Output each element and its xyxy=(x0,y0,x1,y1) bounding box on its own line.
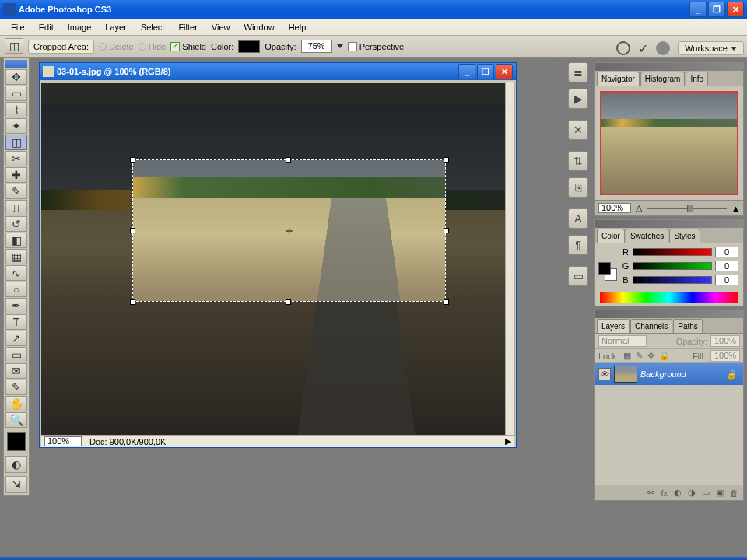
g-slider[interactable] xyxy=(633,262,712,270)
layer-background[interactable]: 👁 Background 🔒 xyxy=(595,363,743,385)
b-slider[interactable] xyxy=(633,276,712,284)
adjustment-layer-icon[interactable]: ◑ xyxy=(688,488,696,498)
shape-tool[interactable]: ▭ xyxy=(5,347,27,362)
visibility-icon[interactable]: 👁 xyxy=(598,368,611,380)
path-tool[interactable]: ↗ xyxy=(5,331,27,346)
crop-handle-w[interactable] xyxy=(130,228,135,233)
tab-color[interactable]: Color xyxy=(597,229,625,243)
crop-handle-s[interactable] xyxy=(286,299,291,305)
g-value[interactable]: 0 xyxy=(715,261,738,271)
crop-selection[interactable]: ✛ xyxy=(132,159,446,302)
fg-bg-color[interactable] xyxy=(7,432,26,451)
tab-histogram[interactable]: Histogram xyxy=(640,72,686,86)
crop-handle-se[interactable] xyxy=(444,299,449,305)
layer-thumbnail[interactable] xyxy=(614,366,637,383)
lock-pos-icon[interactable]: ✥ xyxy=(647,351,654,361)
new-layer-icon[interactable]: ▣ xyxy=(716,488,724,498)
quickmask-tool[interactable]: ◐ xyxy=(5,456,27,473)
zoom-out-icon[interactable]: △ xyxy=(636,203,642,213)
menu-edit[interactable]: Edit xyxy=(33,20,60,34)
dock-para-icon[interactable]: ¶ xyxy=(568,235,588,255)
lock-all-icon[interactable]: 🔒 xyxy=(659,351,670,361)
navigator-thumbnail[interactable] xyxy=(600,91,738,195)
crop-handle-nw[interactable] xyxy=(130,157,135,163)
eraser-tool[interactable]: ◧ xyxy=(5,233,27,248)
dock-toolpreset-icon[interactable]: ✕ xyxy=(568,120,588,140)
crop-tool[interactable]: ◫ xyxy=(5,135,27,150)
menu-layer[interactable]: Layer xyxy=(99,20,133,34)
lasso-tool[interactable]: ⌇ xyxy=(5,102,27,117)
move-tool[interactable]: ✥ xyxy=(5,69,27,85)
tab-styles[interactable]: Styles xyxy=(669,229,700,243)
dock-layercomp-icon[interactable]: ▭ xyxy=(568,266,588,286)
pen-tool[interactable]: ✒ xyxy=(5,298,27,313)
crop-handle-ne[interactable] xyxy=(444,157,449,163)
shield-color-swatch[interactable] xyxy=(238,40,260,53)
dock-brushes-icon[interactable]: ⇅ xyxy=(568,151,588,171)
layer-style-icon[interactable]: fx xyxy=(661,488,668,498)
commit-crop-icon[interactable]: ✓ xyxy=(638,41,648,56)
group-icon[interactable]: ▭ xyxy=(702,488,710,498)
slice-tool[interactable]: ✂ xyxy=(5,151,27,166)
r-slider[interactable] xyxy=(633,248,712,256)
workspace-button[interactable]: Workspace xyxy=(678,41,744,55)
wand-tool[interactable]: ✦ xyxy=(5,118,27,134)
layer-opacity-field[interactable]: 100% xyxy=(710,335,740,347)
eyedropper-tool[interactable]: ✎ xyxy=(5,380,27,395)
dodge-tool[interactable]: ○ xyxy=(5,282,27,297)
toolbox-header[interactable] xyxy=(5,60,27,68)
b-value[interactable]: 0 xyxy=(715,275,738,285)
marquee-tool[interactable]: ▭ xyxy=(5,86,27,101)
doc-close[interactable]: ✕ xyxy=(496,64,513,79)
layer-mask-icon[interactable]: ◐ xyxy=(674,488,682,498)
zoom-tool[interactable]: 🔍 xyxy=(5,412,27,428)
trash-icon[interactable]: 🗑 xyxy=(730,488,738,498)
menu-help[interactable]: Help xyxy=(282,20,313,34)
menu-image[interactable]: Image xyxy=(61,20,98,34)
stamp-tool[interactable]: ⎍ xyxy=(5,200,27,215)
blend-mode-select[interactable]: Normal xyxy=(598,335,647,347)
tab-channels[interactable]: Channels xyxy=(630,319,672,333)
hand-tool[interactable]: ✋ xyxy=(5,396,27,411)
brush-tool[interactable]: ✎ xyxy=(5,184,27,199)
dock-clone-icon[interactable]: ⎘ xyxy=(568,177,588,198)
tab-navigator[interactable]: Navigator xyxy=(597,72,640,86)
menu-view[interactable]: View xyxy=(205,20,237,34)
zoom-field[interactable]: 100% xyxy=(44,436,82,446)
heal-tool[interactable]: ✚ xyxy=(5,167,27,183)
crop-handle-sw[interactable] xyxy=(130,299,135,305)
nav-zoom-slider[interactable] xyxy=(647,208,727,209)
blur-tool[interactable]: ∿ xyxy=(5,265,27,281)
menu-window[interactable]: Window xyxy=(238,20,281,34)
menu-file[interactable]: File xyxy=(5,20,31,34)
opacity-dropdown-icon[interactable] xyxy=(337,44,343,48)
perspective-checkbox[interactable]: Perspective xyxy=(348,42,404,51)
crop-handle-e[interactable] xyxy=(444,228,449,233)
color-spectrum[interactable] xyxy=(600,292,738,303)
lock-pixels-icon[interactable]: ✎ xyxy=(636,351,643,361)
canvas[interactable]: ✛ xyxy=(41,83,505,436)
doc-title-bar[interactable]: 03-01-s.jpg @ 100% (RGB/8) _ ❐ ✕ xyxy=(40,63,516,80)
doc-settings-icon[interactable] xyxy=(656,41,670,55)
dock-char-icon[interactable]: A xyxy=(568,208,588,229)
history-brush-tool[interactable]: ↺ xyxy=(5,216,27,232)
tab-layers[interactable]: Layers xyxy=(597,319,630,333)
shield-checkbox[interactable]: ✓Shield xyxy=(170,42,206,51)
r-value[interactable]: 0 xyxy=(715,247,738,257)
doc-vscroll[interactable] xyxy=(505,82,515,436)
opacity-field[interactable]: 75% xyxy=(301,40,332,53)
lock-trans-icon[interactable]: ▦ xyxy=(623,351,631,361)
link-layers-icon[interactable]: ⚯ xyxy=(647,488,654,498)
notes-tool[interactable]: ✉ xyxy=(5,363,27,379)
hide-radio[interactable]: Hide xyxy=(139,42,167,51)
crop-handle-n[interactable] xyxy=(286,157,291,163)
maximize-button[interactable]: ❐ xyxy=(708,2,725,17)
zoom-in-icon[interactable]: ▲ xyxy=(731,204,740,213)
tab-info[interactable]: Info xyxy=(686,72,708,86)
delete-radio[interactable]: Delete xyxy=(99,42,134,51)
menu-select[interactable]: Select xyxy=(135,20,171,34)
dock-history-icon[interactable]: ≣ xyxy=(568,62,588,82)
close-button[interactable]: ✕ xyxy=(727,2,744,17)
tab-swatches[interactable]: Swatches xyxy=(626,229,668,243)
minimize-button[interactable]: _ xyxy=(689,2,707,17)
